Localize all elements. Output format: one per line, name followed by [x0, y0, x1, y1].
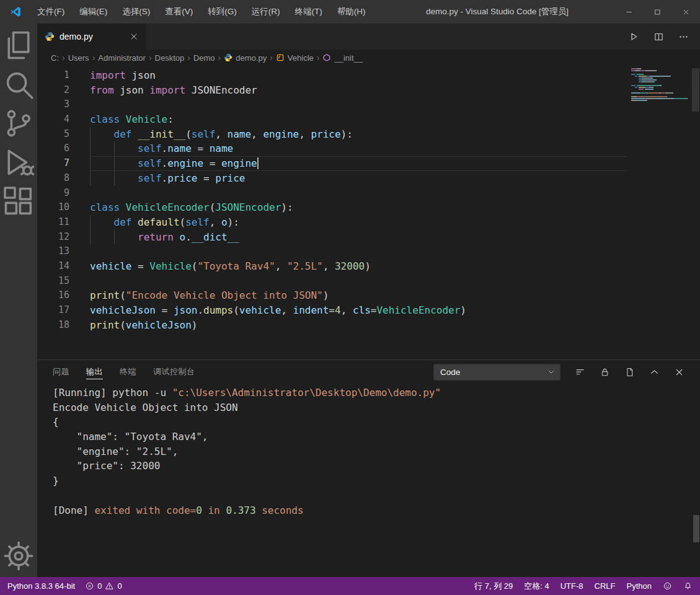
activity-explorer-icon[interactable]	[0, 27, 37, 63]
minimap[interactable]	[631, 68, 691, 102]
code-line[interactable]: 4class Vehicle:	[37, 112, 700, 127]
menu-item[interactable]: 编辑(E)	[72, 0, 115, 24]
code-line[interactable]: 7 self.engine = engine	[37, 156, 700, 171]
statusbar-cursor-position[interactable]: 行 7, 列 29	[474, 581, 513, 592]
minimize-icon	[625, 8, 633, 16]
code-line[interactable]: 12 return o.__dict__	[37, 230, 700, 245]
breadcrumb-item[interactable]: Administrator	[98, 53, 146, 63]
code-line[interactable]: 18print(vehicleJson)	[37, 318, 700, 333]
code-line[interactable]: 10class VehicleEncoder(JSONEncoder):	[37, 200, 700, 215]
line-number[interactable]: 12	[37, 230, 69, 245]
line-number[interactable]: 9	[37, 186, 69, 201]
tab-close-icon[interactable]	[129, 32, 139, 42]
problems-indicator[interactable]: 00	[85, 581, 122, 591]
statusbar-encoding[interactable]: UTF-8	[560, 581, 583, 591]
breadcrumb-separator-icon: ›	[316, 53, 321, 63]
maximize-button[interactable]	[643, 0, 671, 24]
code-line[interactable]: 13	[37, 244, 700, 259]
breadcrumb-label: Demo	[193, 53, 215, 63]
line-number[interactable]: 6	[37, 141, 69, 156]
breadcrumb-item[interactable]: Desktop	[155, 53, 185, 63]
maximize-panel-icon[interactable]	[649, 367, 660, 377]
tab-demo-py[interactable]: demo.py	[37, 24, 146, 50]
line-number[interactable]: 14	[37, 259, 69, 274]
line-number[interactable]: 15	[37, 274, 69, 289]
menu-item[interactable]: 终端(T)	[288, 0, 330, 24]
code-line[interactable]: 5 def __init__(self, name, engine, price…	[37, 127, 700, 142]
line-number[interactable]: 2	[37, 83, 69, 98]
menu-item[interactable]: 文件(F)	[30, 0, 72, 24]
close-window-button[interactable]	[671, 0, 700, 24]
activity-run-and-debug-icon[interactable]	[0, 144, 37, 180]
code-text: self.name = name	[90, 141, 233, 156]
line-number[interactable]: 4	[37, 112, 69, 127]
code-text: self.price = price	[90, 171, 245, 186]
code-line[interactable]: 17vehicleJson = json.dumps(vehicle, inde…	[37, 303, 700, 318]
statusbar-feedback[interactable]	[663, 581, 672, 591]
activity-extensions-icon[interactable]	[0, 183, 37, 219]
statusbar-eol-sequence[interactable]: CRLF	[595, 581, 616, 591]
code-line[interactable]: 15	[37, 274, 700, 289]
code-line[interactable]: 16print("Encode Vehicle Object into JSON…	[37, 288, 700, 303]
breadcrumb-item[interactable]: Vehicle	[276, 53, 314, 63]
statusbar-language-mode[interactable]: Python	[627, 581, 652, 591]
activity-search-icon[interactable]	[0, 66, 37, 102]
python-interpreter[interactable]: Python 3.8.3 64-bit	[7, 581, 75, 591]
breadcrumb-item[interactable]: Users	[68, 53, 89, 63]
line-number[interactable]: 5	[37, 127, 69, 142]
clear-output-icon[interactable]	[575, 367, 585, 377]
split-editor-button[interactable]	[653, 32, 664, 42]
run-python-file-button[interactable]	[629, 32, 639, 42]
activity-manage-icon[interactable]	[0, 538, 37, 574]
line-number[interactable]: 17	[37, 303, 69, 318]
line-number[interactable]: 18	[37, 318, 69, 333]
code-line[interactable]: 3	[37, 97, 700, 112]
statusbar-label: Python	[627, 581, 652, 591]
more-actions-button[interactable]	[678, 32, 689, 42]
activity-source-control-icon[interactable]	[0, 105, 37, 141]
menu-item[interactable]: 运行(R)	[244, 0, 288, 24]
line-number[interactable]: 10	[37, 200, 69, 215]
open-log-file-icon[interactable]	[624, 367, 635, 377]
minimize-button[interactable]	[614, 0, 643, 24]
code-line[interactable]: 8 self.price = price	[37, 171, 700, 186]
close-panel-icon[interactable]	[674, 367, 684, 377]
menu-item[interactable]: 帮助(H)	[330, 0, 373, 24]
code-text: print(vehicleJson)	[90, 318, 197, 333]
menu-item[interactable]: 转到(G)	[200, 0, 244, 24]
breadcrumb-item[interactable]: Demo	[193, 53, 215, 63]
breadcrumb-separator-icon: ›	[186, 53, 192, 63]
code-text: self.engine = engine	[90, 156, 257, 171]
warning-count: 0	[117, 581, 122, 591]
line-number[interactable]: 11	[37, 215, 69, 230]
menu-item[interactable]: 查看(V)	[157, 0, 200, 24]
panel-tab-debug-console[interactable]: 调试控制台	[153, 360, 195, 384]
panel-scrollbar[interactable]	[693, 515, 699, 542]
output-channel-select[interactable]: Code	[433, 364, 560, 381]
code-line[interactable]: 14vehicle = Vehicle("Toyota Rav4", "2.5L…	[37, 259, 700, 274]
statusbar-indentation[interactable]: 空格: 4	[524, 581, 549, 592]
breadcrumb-item[interactable]: __init__	[322, 53, 363, 63]
breadcrumb-item[interactable]: C:	[51, 53, 59, 63]
code-line[interactable]: 9	[37, 186, 700, 201]
statusbar-notifications[interactable]	[683, 581, 693, 591]
line-number[interactable]: 13	[37, 244, 69, 259]
code-line[interactable]: 6 self.name = name	[37, 141, 700, 156]
line-number[interactable]: 1	[37, 68, 69, 83]
line-number[interactable]: 8	[37, 171, 69, 186]
code-line[interactable]: 2from json import JSONEncoder	[37, 83, 700, 98]
line-number[interactable]: 7	[37, 156, 69, 171]
code-editor[interactable]: 1import json2from json import JSONEncode…	[37, 66, 700, 359]
line-number[interactable]: 16	[37, 288, 69, 303]
code-line[interactable]: 11 def default(self, o):	[37, 215, 700, 230]
panel-tab-output[interactable]: 输出	[86, 360, 103, 384]
editor-scrollbar[interactable]	[692, 68, 699, 112]
menu-item[interactable]: 选择(S)	[115, 0, 157, 24]
panel-tab-terminal[interactable]: 终端	[120, 360, 136, 384]
line-number[interactable]: 3	[37, 97, 69, 112]
panel-tab-problems[interactable]: 问题	[53, 360, 69, 384]
breadcrumb-separator-icon: ›	[268, 53, 274, 63]
code-line[interactable]: 1import json	[37, 68, 700, 83]
toggle-auto-scroll-icon[interactable]	[600, 367, 610, 377]
breadcrumb-item[interactable]: demo.py	[224, 53, 267, 63]
